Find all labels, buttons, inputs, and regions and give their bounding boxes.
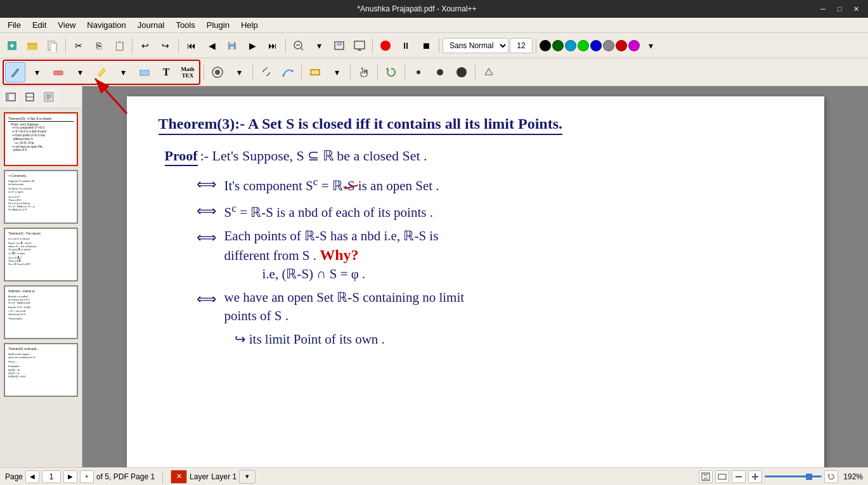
proof-label: Proof	[165, 148, 198, 166]
maximize-button[interactable]: □	[832, 3, 846, 15]
redo-button[interactable]: ↪	[156, 36, 175, 55]
font-size-input[interactable]	[510, 38, 533, 53]
menu-navigation[interactable]: Navigation	[82, 19, 131, 31]
thumbnail-page-1[interactable]: Theorem(3):- A Set S is closed Proof:- L…	[4, 112, 78, 166]
magic-button[interactable]	[278, 62, 298, 82]
cut-button[interactable]: ✂	[69, 36, 88, 55]
zoom-out-button[interactable]	[289, 36, 308, 55]
color-black1[interactable]	[540, 40, 551, 51]
menu-plugin[interactable]: Plugin	[202, 19, 235, 31]
next-page-button[interactable]: ▶	[243, 36, 262, 55]
document-area[interactable]: Theorem(3):- A Set S is closed iff it co…	[82, 86, 868, 467]
next-page-status-button[interactable]: ▶	[63, 470, 77, 483]
fit-page-button[interactable]	[699, 470, 713, 483]
minimize-button[interactable]: ─	[816, 3, 830, 15]
thumbnail-page-2[interactable]: ⇒ Conversely... Suppose S contains all i…	[4, 170, 78, 224]
prev-page-button[interactable]: ◀	[202, 36, 221, 55]
dot-large[interactable]	[451, 62, 472, 82]
eraser-tool-button[interactable]	[48, 62, 68, 82]
page-canvas: Theorem(3):- A Set S is closed iff it co…	[127, 96, 824, 467]
add-page-button[interactable]: +	[80, 470, 94, 483]
math-tex-button[interactable]: MathTEX	[178, 62, 198, 82]
menu-file[interactable]: File	[3, 19, 26, 31]
menu-journal[interactable]: Journal	[133, 19, 170, 31]
shape-rect-button[interactable]	[305, 62, 325, 82]
prev-page-status-button[interactable]: ◀	[25, 470, 39, 483]
color-blue[interactable]	[590, 40, 602, 51]
zoom-in-status-button[interactable]	[732, 470, 746, 483]
statusbar: Page ◀ ▶ + of 5, PDF Page 1 ✕ Layer Laye…	[0, 467, 868, 485]
zoom-percent: 192%	[841, 472, 863, 481]
hand-tool-button[interactable]	[354, 62, 374, 82]
zoom-slider-thumb[interactable]	[806, 474, 812, 480]
highlighter-dropdown-button[interactable]: ▾	[113, 62, 133, 82]
menu-edit[interactable]: Edit	[27, 19, 51, 31]
color-more-button[interactable]: ▾	[641, 36, 660, 55]
text-tool-button[interactable]: T	[156, 62, 176, 82]
separator-t2-4	[350, 65, 351, 80]
fill-button[interactable]	[479, 62, 499, 82]
svg-rect-17	[311, 70, 320, 75]
dot-small[interactable]	[408, 62, 429, 82]
svg-rect-27	[755, 474, 756, 480]
record-pause-button[interactable]: ⏸	[396, 36, 415, 55]
annotate-dropdown[interactable]: ▾	[229, 62, 249, 82]
color-purple[interactable]	[628, 40, 640, 51]
separator5	[372, 38, 373, 53]
annotate-button[interactable]	[207, 62, 228, 82]
last-page-button[interactable]: ⏭	[263, 36, 282, 55]
undo-button[interactable]: ↩	[136, 36, 155, 55]
thumbnail-page-3[interactable]: Theorem(4):- The closure of a set S is c…	[4, 228, 78, 281]
tool-group-drawing: ▾ ▾ ▾ T MathTEX	[3, 60, 200, 85]
thumbnail-page-5[interactable]: Theorem(5) continued... Int(S) is the la…	[4, 343, 78, 397]
menu-help[interactable]: Help	[236, 19, 263, 31]
color-cyan[interactable]	[565, 40, 576, 51]
pen-tool-button[interactable]	[5, 62, 25, 82]
shape-dropdown[interactable]: ▾	[327, 62, 347, 82]
new-button[interactable]	[3, 36, 22, 55]
menu-view[interactable]: View	[53, 19, 81, 31]
save-button[interactable]	[223, 36, 242, 55]
double-arrow-3: ⟺	[197, 230, 217, 246]
refresh-button[interactable]	[381, 62, 401, 82]
svg-rect-4	[230, 46, 234, 49]
thumbnail-page-4[interactable]: Definition:- Interior pt A point x is ca…	[4, 285, 78, 339]
rotate-button[interactable]	[256, 62, 276, 82]
zoom-out-status-button[interactable]	[748, 470, 762, 483]
sidebar-toggle-button[interactable]	[3, 89, 19, 105]
sidebar-page-view-button[interactable]	[22, 89, 38, 105]
sidebar: Theorem(3):- A Set S is closed Proof:- L…	[0, 86, 82, 467]
page-number-input[interactable]	[42, 470, 61, 483]
record-start-button[interactable]	[376, 36, 395, 55]
highlighter-tool-button[interactable]	[91, 62, 112, 82]
delete-page-button[interactable]: ✕	[171, 470, 187, 484]
paste-button[interactable]: 📋	[110, 36, 129, 55]
eraser-dropdown-button[interactable]: ▾	[70, 62, 90, 82]
select-rect-tool-button[interactable]	[134, 62, 155, 82]
pages-button[interactable]	[43, 36, 62, 55]
sidebar-export-button[interactable]	[41, 89, 57, 105]
color-gray[interactable]	[603, 40, 614, 51]
zoom-slider-container[interactable]	[765, 472, 822, 481]
copy-button[interactable]: ⎘	[89, 36, 108, 55]
open-button[interactable]	[23, 36, 42, 55]
color-red[interactable]	[616, 40, 627, 51]
fit-width-button[interactable]	[715, 470, 729, 483]
color-green-dark[interactable]	[552, 40, 564, 51]
separator-t2-1	[204, 65, 204, 80]
font-name-selector[interactable]: Sans Normal	[443, 38, 508, 53]
bullet-3-line1: Each points of ℝ-S has a nbd i.e, ℝ-S is	[224, 228, 439, 244]
view-screen-button[interactable]	[350, 36, 369, 55]
view-normal-button[interactable]	[330, 36, 349, 55]
zoom-dropdown[interactable]: ▾	[309, 36, 328, 55]
record-stop-button[interactable]: ⏹	[417, 36, 436, 55]
layer-dropdown-button[interactable]: ▾	[239, 470, 256, 484]
color-green[interactable]	[578, 40, 589, 51]
menu-tools[interactable]: Tools	[171, 19, 200, 31]
page-label: Page	[5, 472, 23, 481]
close-button[interactable]: ✕	[849, 3, 863, 15]
pen-dropdown-button[interactable]: ▾	[27, 62, 47, 82]
dot-medium[interactable]	[430, 62, 450, 82]
zoom-reset-button[interactable]	[824, 470, 838, 483]
first-page-button[interactable]: ⏮	[182, 36, 201, 55]
